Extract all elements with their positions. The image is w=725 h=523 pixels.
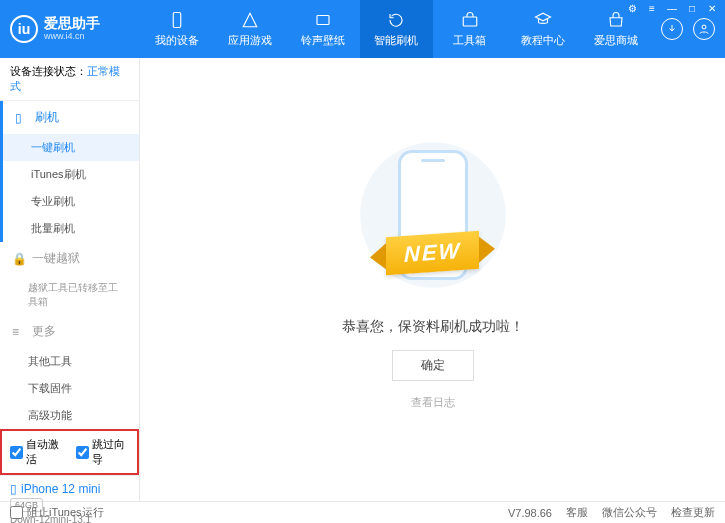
sidebar-head-label: 刷机 bbox=[35, 109, 59, 126]
status-label: 设备连接状态： bbox=[10, 65, 87, 77]
sidebar-item-batch[interactable]: 批量刷机 bbox=[3, 215, 139, 242]
sidebar-item-itunes[interactable]: iTunes刷机 bbox=[3, 161, 139, 188]
svg-rect-1 bbox=[317, 16, 329, 25]
header-actions bbox=[653, 18, 715, 40]
nav-flash[interactable]: 智能刷机 bbox=[360, 0, 433, 58]
sidebar-item-firmware[interactable]: 下载固件 bbox=[0, 375, 139, 402]
auto-activate-checkbox[interactable]: 自动激活 bbox=[10, 437, 64, 467]
sidebar-more-head[interactable]: ≡ 更多 bbox=[0, 315, 139, 348]
nav-label: 智能刷机 bbox=[374, 33, 418, 48]
tutorial-icon bbox=[533, 10, 553, 30]
nav-apps[interactable]: 应用游戏 bbox=[213, 0, 286, 58]
logo-url: www.i4.cn bbox=[44, 32, 100, 42]
nav-label: 铃声壁纸 bbox=[301, 33, 345, 48]
flash-icon bbox=[386, 10, 406, 30]
svg-point-3 bbox=[702, 25, 706, 29]
phone-icon: ▯ bbox=[10, 482, 17, 496]
main-nav: 我的设备 应用游戏 铃声壁纸 智能刷机 工具箱 教程中心 爱思商城 bbox=[140, 0, 653, 58]
sidebar-item-pro[interactable]: 专业刷机 bbox=[3, 188, 139, 215]
view-log-link[interactable]: 查看日志 bbox=[411, 395, 455, 410]
lock-icon: 🔒 bbox=[12, 252, 26, 266]
nav-label: 教程中心 bbox=[521, 33, 565, 48]
sidebar-item-oneclick[interactable]: 一键刷机 bbox=[3, 134, 139, 161]
download-button[interactable] bbox=[661, 18, 683, 40]
sidebar-jailbreak-head[interactable]: 🔒 一键越狱 bbox=[0, 242, 139, 275]
sidebar-head-label: 一键越狱 bbox=[32, 250, 80, 267]
success-message: 恭喜您，保资料刷机成功啦！ bbox=[342, 318, 524, 336]
confirm-button[interactable]: 确定 bbox=[392, 350, 474, 381]
version-text: V7.98.66 bbox=[508, 507, 552, 519]
device-name: ▯ iPhone 12 mini bbox=[10, 482, 129, 496]
options-box: 自动激活 跳过向导 bbox=[0, 429, 139, 475]
skip-guide-checkbox[interactable]: 跳过向导 bbox=[76, 437, 130, 467]
store-icon bbox=[606, 10, 626, 30]
sidebar: 设备连接状态：正常模式 ▯ 刷机 一键刷机 iTunes刷机 专业刷机 批量刷机… bbox=[0, 58, 140, 501]
new-badge: NEW bbox=[386, 230, 479, 275]
window-controls: ⚙ ≡ — □ ✕ bbox=[625, 3, 719, 14]
minimize-icon[interactable]: — bbox=[665, 3, 679, 14]
wallpaper-icon bbox=[313, 10, 333, 30]
svg-rect-0 bbox=[173, 13, 181, 28]
phone-icon: ▯ bbox=[15, 111, 29, 125]
sidebar-item-advanced[interactable]: 高级功能 bbox=[0, 402, 139, 429]
menu-icon[interactable]: ≡ bbox=[645, 3, 659, 14]
cb-label: 阻止iTunes运行 bbox=[27, 505, 104, 520]
logo-icon: iu bbox=[10, 15, 38, 43]
more-icon: ≡ bbox=[12, 325, 26, 339]
wechat-link[interactable]: 微信公众号 bbox=[602, 505, 657, 520]
toolbox-icon bbox=[460, 10, 480, 30]
apps-icon bbox=[240, 10, 260, 30]
sidebar-flash-head[interactable]: ▯ 刷机 bbox=[3, 101, 139, 134]
nav-my-device[interactable]: 我的设备 bbox=[140, 0, 213, 58]
sidebar-item-other[interactable]: 其他工具 bbox=[0, 348, 139, 375]
block-itunes-checkbox[interactable]: 阻止iTunes运行 bbox=[10, 505, 104, 520]
app-header: ⚙ ≡ — □ ✕ iu 爱思助手 www.i4.cn 我的设备 应用游戏 铃声… bbox=[0, 0, 725, 58]
connection-status: 设备连接状态：正常模式 bbox=[0, 58, 139, 101]
nav-label: 工具箱 bbox=[453, 33, 486, 48]
nav-label: 爱思商城 bbox=[594, 33, 638, 48]
nav-tutorials[interactable]: 教程中心 bbox=[506, 0, 579, 58]
cb-label: 跳过向导 bbox=[92, 437, 130, 467]
device-icon bbox=[167, 10, 187, 30]
sidebar-head-label: 更多 bbox=[32, 323, 56, 340]
user-button[interactable] bbox=[693, 18, 715, 40]
close-icon[interactable]: ✕ bbox=[705, 3, 719, 14]
nav-label: 应用游戏 bbox=[228, 33, 272, 48]
svg-rect-2 bbox=[463, 17, 477, 26]
success-illustration: NEW bbox=[348, 130, 518, 300]
maximize-icon[interactable]: □ bbox=[685, 3, 699, 14]
cb-label: 自动激活 bbox=[26, 437, 64, 467]
device-name-text: iPhone 12 mini bbox=[21, 482, 100, 496]
jailbreak-note: 越狱工具已转移至工具箱 bbox=[0, 275, 139, 315]
main-content: NEW 恭喜您，保资料刷机成功啦！ 确定 查看日志 bbox=[140, 58, 725, 501]
nav-toolbox[interactable]: 工具箱 bbox=[433, 0, 506, 58]
settings-icon[interactable]: ⚙ bbox=[625, 3, 639, 14]
logo[interactable]: iu 爱思助手 www.i4.cn bbox=[10, 15, 140, 43]
customer-service-link[interactable]: 客服 bbox=[566, 505, 588, 520]
nav-ringtones[interactable]: 铃声壁纸 bbox=[287, 0, 360, 58]
check-update-link[interactable]: 检查更新 bbox=[671, 505, 715, 520]
logo-title: 爱思助手 bbox=[44, 16, 100, 31]
nav-label: 我的设备 bbox=[155, 33, 199, 48]
